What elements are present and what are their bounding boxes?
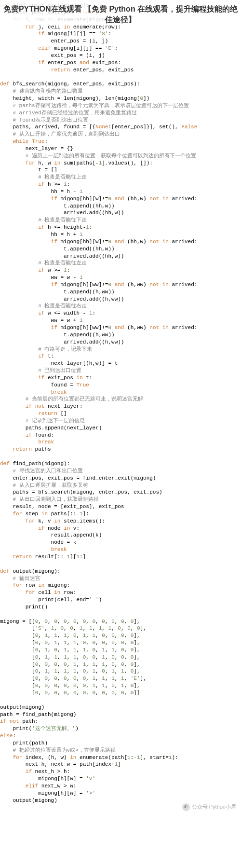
watermark-text: 公众号·Python小屋 [192,803,236,811]
wechat-icon: ◐ [182,803,190,811]
page-title: 免费PYTHON在线观看 【免费 Python 在线观看，提升编程技能的绝佳途径… [0,3,241,26]
code-block: def find_enter_exit(migong): enter_pos, … [0,0,241,814]
watermark: ◐ 公众号·Python小屋 [182,803,236,811]
